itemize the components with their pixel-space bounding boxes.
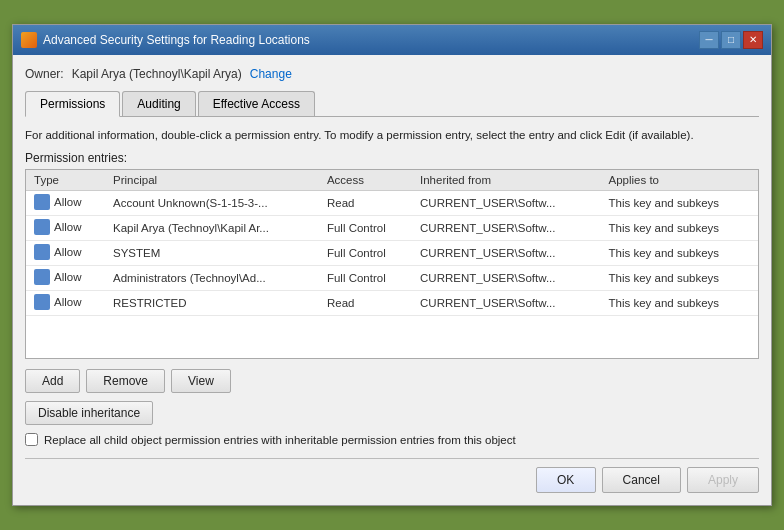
cell-type: Allow xyxy=(26,241,105,266)
disable-inheritance-button[interactable]: Disable inheritance xyxy=(25,401,153,425)
col-type: Type xyxy=(26,170,105,191)
permission-table-container: Type Principal Access Inherited from App… xyxy=(25,169,759,359)
cell-access: Read xyxy=(319,191,412,216)
disable-inheritance-wrapper: Disable inheritance xyxy=(25,401,759,433)
table-row[interactable]: AllowSYSTEMFull ControlCURRENT_USER\Soft… xyxy=(26,241,758,266)
cell-principal: RESTRICTED xyxy=(105,291,319,316)
user-icon xyxy=(34,194,50,210)
action-buttons: Add Remove View xyxy=(25,369,759,393)
cell-principal: Account Unknown(S-1-15-3-... xyxy=(105,191,319,216)
user-icon xyxy=(34,294,50,310)
table-row[interactable]: AllowAccount Unknown(S-1-15-3-...ReadCUR… xyxy=(26,191,758,216)
cell-inherited: CURRENT_USER\Softw... xyxy=(412,266,600,291)
title-bar: Advanced Security Settings for Reading L… xyxy=(13,25,771,55)
cell-principal: Administrators (Technoyl\Ad... xyxy=(105,266,319,291)
col-applies: Applies to xyxy=(600,170,758,191)
col-principal: Principal xyxy=(105,170,319,191)
title-bar-left: Advanced Security Settings for Reading L… xyxy=(21,32,310,48)
cancel-button[interactable]: Cancel xyxy=(602,467,681,493)
cell-inherited: CURRENT_USER\Softw... xyxy=(412,191,600,216)
cell-access: Full Control xyxy=(319,216,412,241)
cell-applies: This key and subkeys xyxy=(600,291,758,316)
cell-access: Full Control xyxy=(319,266,412,291)
cell-type: Allow xyxy=(26,266,105,291)
window-title: Advanced Security Settings for Reading L… xyxy=(43,33,310,47)
owner-value: Kapil Arya (Technoyl\Kapil Arya) xyxy=(72,67,242,81)
cell-principal: Kapil Arya (Technoyl\Kapil Ar... xyxy=(105,216,319,241)
view-button[interactable]: View xyxy=(171,369,231,393)
bottom-divider xyxy=(25,458,759,459)
change-owner-link[interactable]: Change xyxy=(250,67,292,81)
cell-inherited: CURRENT_USER\Softw... xyxy=(412,241,600,266)
title-buttons: ─ □ ✕ xyxy=(699,31,763,49)
replace-checkbox-label: Replace all child object permission entr… xyxy=(44,434,516,446)
maximize-button[interactable]: □ xyxy=(721,31,741,49)
cell-applies: This key and subkeys xyxy=(600,266,758,291)
tab-permissions[interactable]: Permissions xyxy=(25,91,120,117)
table-row[interactable]: AllowKapil Arya (Technoyl\Kapil Ar...Ful… xyxy=(26,216,758,241)
cell-applies: This key and subkeys xyxy=(600,191,758,216)
cell-applies: This key and subkeys xyxy=(600,216,758,241)
permission-table: Type Principal Access Inherited from App… xyxy=(26,170,758,316)
ok-button[interactable]: OK xyxy=(536,467,596,493)
remove-button[interactable]: Remove xyxy=(86,369,165,393)
apply-button[interactable]: Apply xyxy=(687,467,759,493)
table-row[interactable]: AllowRESTRICTEDReadCURRENT_USER\Softw...… xyxy=(26,291,758,316)
user-icon xyxy=(34,269,50,285)
cell-type: Allow xyxy=(26,291,105,316)
window-icon xyxy=(21,32,37,48)
owner-label: Owner: xyxy=(25,67,64,81)
cell-principal: SYSTEM xyxy=(105,241,319,266)
tabs-container: Permissions Auditing Effective Access xyxy=(25,91,759,117)
replace-checkbox-row: Replace all child object permission entr… xyxy=(25,433,759,446)
col-access: Access xyxy=(319,170,412,191)
section-label: Permission entries: xyxy=(25,151,759,165)
minimize-button[interactable]: ─ xyxy=(699,31,719,49)
cell-inherited: CURRENT_USER\Softw... xyxy=(412,216,600,241)
owner-row: Owner: Kapil Arya (Technoyl\Kapil Arya) … xyxy=(25,67,759,81)
bottom-buttons: OK Cancel Apply xyxy=(25,467,759,493)
cell-access: Read xyxy=(319,291,412,316)
cell-type: Allow xyxy=(26,191,105,216)
cell-applies: This key and subkeys xyxy=(600,241,758,266)
cell-inherited: CURRENT_USER\Softw... xyxy=(412,291,600,316)
window-body: Owner: Kapil Arya (Technoyl\Kapil Arya) … xyxy=(13,55,771,505)
user-icon xyxy=(34,244,50,260)
cell-type: Allow xyxy=(26,216,105,241)
table-header-row: Type Principal Access Inherited from App… xyxy=(26,170,758,191)
add-button[interactable]: Add xyxy=(25,369,80,393)
table-row[interactable]: AllowAdministrators (Technoyl\Ad...Full … xyxy=(26,266,758,291)
user-icon xyxy=(34,219,50,235)
tab-auditing[interactable]: Auditing xyxy=(122,91,195,116)
tab-effective-access[interactable]: Effective Access xyxy=(198,91,315,116)
close-button[interactable]: ✕ xyxy=(743,31,763,49)
col-inherited: Inherited from xyxy=(412,170,600,191)
main-window: Advanced Security Settings for Reading L… xyxy=(12,24,772,506)
cell-access: Full Control xyxy=(319,241,412,266)
replace-checkbox[interactable] xyxy=(25,433,38,446)
info-text: For additional information, double-click… xyxy=(25,127,759,143)
